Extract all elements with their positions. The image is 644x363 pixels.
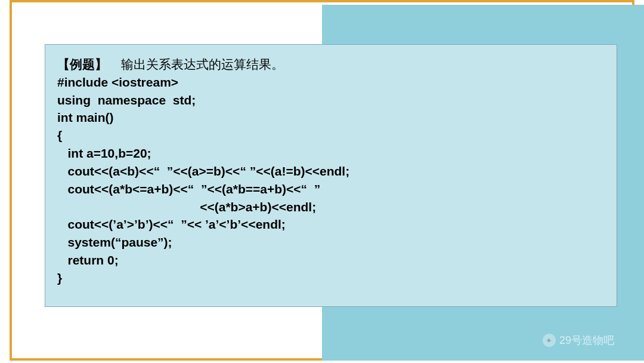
code-line: using namespace std; xyxy=(57,93,196,107)
code-content-box: 【例题】 输出关系表达式的运算结果。 #include <iostream> u… xyxy=(45,44,617,307)
slide-frame: 【例题】 输出关系表达式的运算结果。 #include <iostream> u… xyxy=(10,0,634,361)
example-title-text: 输出关系表达式的运算结果。 xyxy=(121,57,284,71)
code-line: system(“pause”); xyxy=(57,235,172,249)
wechat-icon: ✦ xyxy=(543,334,556,347)
code-line: cout<<(a*b<=a+b)<<“ ”<<(a*b==a+b)<<“ ” xyxy=(57,182,320,196)
code-line: int main() xyxy=(57,110,114,124)
code-line: } xyxy=(57,271,62,285)
code-block: 【例题】 输出关系表达式的运算结果。 #include <iostream> u… xyxy=(57,56,605,287)
code-line: #include <iostream> xyxy=(57,75,178,89)
example-title-prefix: 【例题】 xyxy=(57,57,107,71)
watermark-text: 29号造物吧 xyxy=(559,333,614,347)
code-line: int a=10,b=20; xyxy=(57,146,151,160)
code-line: return 0; xyxy=(57,253,119,267)
code-line: { xyxy=(57,128,62,142)
code-line: <<(a*b>a+b)<<endl; xyxy=(57,200,316,214)
code-line: cout<<(’a’>’b’)<<“ ”<< ’a’<’b’<<endl; xyxy=(57,217,286,231)
watermark: ✦ 29号造物吧 xyxy=(543,333,614,347)
code-line: cout<<(a<b)<<“ ”<<(a>=b)<<“ ”<<(a!=b)<<e… xyxy=(57,164,349,178)
